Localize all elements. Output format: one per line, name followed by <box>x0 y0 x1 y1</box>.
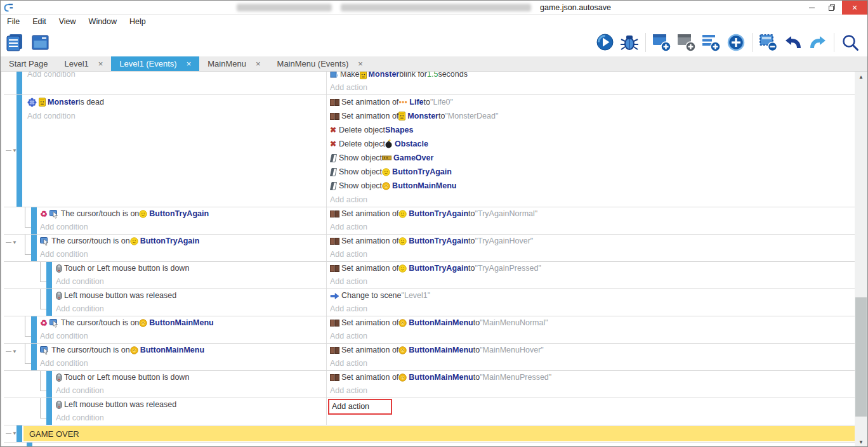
event-partial-top[interactable]: Add conditionMake Monster blink for 1.5 … <box>4 72 855 95</box>
action[interactable]: Set animation of ButtonMainMenu to "Main… <box>330 344 855 357</box>
event-monster-is-dead[interactable]: ▼Monster is deadAdd conditionSet animati… <box>4 95 855 207</box>
action[interactable]: Set animation of ButtonMainMenu to "Main… <box>330 316 855 330</box>
add-condition-button[interactable]: Add condition <box>40 330 326 343</box>
add-subevent-icon[interactable] <box>676 31 697 54</box>
add-plus-icon[interactable] <box>725 31 747 54</box>
action[interactable]: ✖Delete object Obstacle <box>330 137 855 151</box>
add-action-button[interactable]: Add action <box>330 193 855 207</box>
condition[interactable]: Touch or Left mouse button is down <box>56 371 326 384</box>
add-action-button[interactable]: Add action <box>330 302 855 316</box>
add-action-button[interactable]: Add action <box>330 248 855 261</box>
add-action-button[interactable]: Add action <box>330 221 855 234</box>
close-button[interactable]: × <box>842 1 867 15</box>
condition[interactable]: ♻The cursor/touch is on ButtonMainMenu <box>40 316 326 330</box>
collapse-arrow-icon[interactable]: ▼ <box>6 431 17 436</box>
action[interactable]: Show object ButtonMainMenu <box>330 179 855 193</box>
text-segment: "Life0" <box>430 95 453 109</box>
add-event-icon[interactable] <box>651 31 673 54</box>
scroll-down-arrow[interactable]: ▼ <box>855 437 867 447</box>
condition[interactable]: ♻The cursor/touch is on ButtonTryAgain <box>40 207 326 221</box>
action[interactable]: ✖Delete object Shapes <box>330 123 855 137</box>
condition[interactable]: Left mouse button was released <box>56 289 326 302</box>
tab-mainmenu[interactable]: MainMenu× <box>199 56 268 71</box>
collapse-arrow-icon[interactable]: ▼ <box>6 240 17 245</box>
tab-level1[interactable]: Level1× <box>56 56 111 71</box>
project-manager-icon[interactable] <box>4 31 26 54</box>
add-action-highlight-box[interactable]: Add action <box>328 399 392 415</box>
add-condition-button[interactable]: Add condition <box>56 302 326 316</box>
add-condition-button[interactable]: Add condition <box>56 384 326 398</box>
add-comment-icon[interactable] <box>700 31 722 54</box>
action[interactable]: Set animation of Monster to "MonsterDead… <box>330 109 855 123</box>
event-cursor-not-on-tryagain[interactable]: ♻The cursor/touch is on ButtonTryAgainAd… <box>4 207 855 235</box>
scroll-up-arrow[interactable]: ▲ <box>855 72 867 82</box>
condition[interactable]: The cursor/touch is on ButtonMainMenu <box>40 344 326 357</box>
redo-icon[interactable] <box>807 31 829 54</box>
tree-connector <box>40 289 46 309</box>
condition[interactable]: Touch or Left mouse button is down <box>56 262 326 275</box>
event-cursor-on-mainmenu[interactable]: ▼The cursor/touch is on ButtonMainMenuAd… <box>4 344 855 371</box>
add-action-button[interactable]: Add action <box>330 330 855 343</box>
minimize-button[interactable] <box>801 1 822 15</box>
event-tryagain-mouse-released[interactable]: Left mouse button was releasedAdd condit… <box>4 289 855 316</box>
add-action-button[interactable]: Add action <box>330 384 855 398</box>
comment-event[interactable]: ▼GAME OVER <box>4 425 855 443</box>
text-segment: ButtonMainMenu <box>392 179 456 193</box>
collapse-arrow-icon[interactable]: ▼ <box>6 148 17 153</box>
action[interactable]: Set animation of ButtonTryAgain to "TryA… <box>330 207 855 221</box>
add-action-button-highlighted[interactable]: Add action <box>330 398 855 415</box>
event-tryagain-mouse-down[interactable]: Touch or Left mouse button is downAdd co… <box>4 262 855 289</box>
tab-close-icon[interactable]: × <box>98 59 103 68</box>
menu-edit[interactable]: Edit <box>26 17 53 26</box>
tab-close-icon[interactable]: × <box>256 59 261 68</box>
comment-text[interactable]: GAME OVER <box>23 426 855 441</box>
restore-button[interactable] <box>822 1 842 15</box>
tab-start-page[interactable]: Start Page <box>1 56 56 71</box>
collapse-arrow-icon[interactable]: ▼ <box>6 349 17 354</box>
menu-help[interactable]: Help <box>123 17 152 26</box>
action[interactable]: Show object ButtonTryAgain <box>330 165 855 179</box>
action[interactable]: Change to scene "Level1" <box>330 289 855 302</box>
event-mainmenu-mouse-released[interactable]: Left mouse button was releasedAdd condit… <box>4 398 855 425</box>
menu-view[interactable]: View <box>53 17 82 26</box>
condition[interactable]: The cursor/touch is on ButtonTryAgain <box>40 235 326 248</box>
text-segment: 1.5 <box>427 72 438 81</box>
add-action-button[interactable]: Add action <box>330 275 855 288</box>
undo-icon[interactable] <box>782 31 804 54</box>
search-icon[interactable] <box>839 31 861 54</box>
add-condition-button[interactable]: Add condition <box>40 248 326 261</box>
action[interactable]: Make Monster blink for 1.5 seconds <box>330 72 855 81</box>
menu-window[interactable]: Window <box>82 17 123 26</box>
add-condition-button[interactable]: Add condition <box>40 357 326 370</box>
condition[interactable]: Left mouse button was released <box>56 398 326 411</box>
action[interactable]: Show object GameOver <box>330 151 855 165</box>
condition[interactable]: Add condition <box>27 72 326 81</box>
event-cursor-not-on-mainmenu[interactable]: ♻The cursor/touch is on ButtonMainMenuAd… <box>4 316 855 344</box>
tab-mainmenu-events-[interactable]: MainMenu (Events)× <box>269 56 371 71</box>
event-cursor-on-tryagain[interactable]: ▼The cursor/touch is on ButtonTryAgainAd… <box>4 235 855 262</box>
debug-icon[interactable] <box>619 31 640 54</box>
add-action-button[interactable]: Add action <box>330 357 855 370</box>
start-page-icon[interactable] <box>30 31 51 54</box>
add-condition-button[interactable]: Add condition <box>40 221 326 234</box>
event-mainmenu-mouse-down[interactable]: Touch or Left mouse button is downAdd co… <box>4 371 855 398</box>
action[interactable]: Set animation of Life to "Life0" <box>330 95 855 109</box>
remove-event-icon[interactable] <box>758 31 779 54</box>
tab-close-icon[interactable]: × <box>187 59 192 68</box>
add-condition-button[interactable]: Add condition <box>27 109 326 123</box>
add-condition-button[interactable]: Add condition <box>56 411 326 425</box>
add-condition-button[interactable]: Add condition <box>56 275 326 288</box>
events-scrollbar[interactable]: ▲ ▼ <box>855 72 867 447</box>
action[interactable]: Set animation of ButtonTryAgain to "TryA… <box>330 262 855 275</box>
menu-file[interactable]: File <box>1 17 26 26</box>
text-segment: to <box>473 316 480 330</box>
add-action-button[interactable]: Add action <box>330 81 855 94</box>
action[interactable]: Set animation of ButtonTryAgain to "TryA… <box>330 235 855 248</box>
tab-level1-events-[interactable]: Level1 (Events)× <box>111 56 199 71</box>
condition[interactable]: Monster is dead <box>27 95 326 109</box>
play-icon[interactable] <box>594 31 615 54</box>
tab-close-icon[interactable]: × <box>358 59 363 68</box>
scrollbar-thumb[interactable] <box>855 297 867 417</box>
button-orange-icon <box>130 346 138 354</box>
action[interactable]: Set animation of ButtonMainMenu to "Main… <box>330 371 855 384</box>
